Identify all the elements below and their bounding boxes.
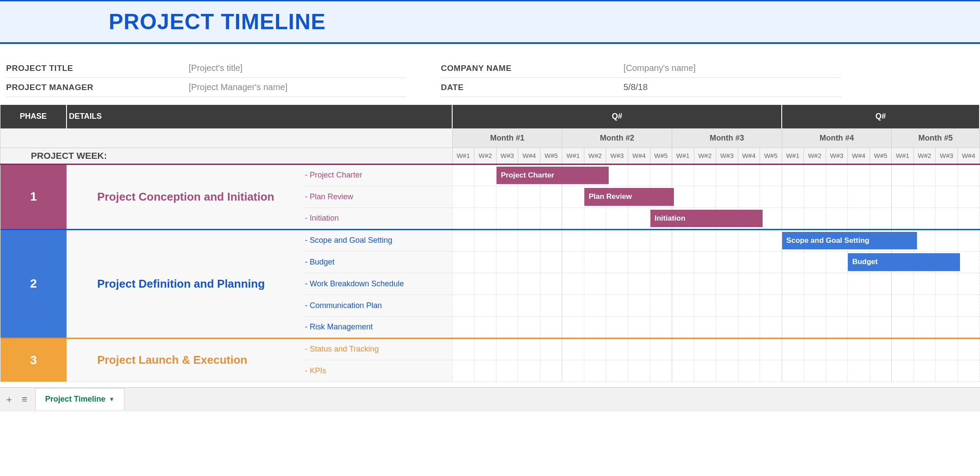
- grid-cell[interactable]: [628, 295, 650, 316]
- grid-cell[interactable]: [672, 295, 694, 316]
- grid-cell[interactable]: [760, 208, 782, 229]
- grid-cell[interactable]: [892, 164, 914, 186]
- task-detail[interactable]: - Communication Plan: [303, 295, 452, 316]
- meta-value[interactable]: [Project's title]: [189, 63, 243, 73]
- grid-cell[interactable]: [672, 338, 694, 360]
- grid-cell[interactable]: [782, 251, 804, 273]
- grid-cell[interactable]: [562, 229, 584, 251]
- grid-cell[interactable]: [957, 186, 980, 208]
- grid-cell[interactable]: [672, 273, 694, 295]
- grid-cell[interactable]: [892, 273, 914, 295]
- grid-cell[interactable]: [913, 208, 936, 229]
- grid-cell[interactable]: [913, 316, 936, 338]
- grid-cell[interactable]: [782, 186, 804, 208]
- grid-cell[interactable]: [650, 360, 672, 382]
- gantt-bar[interactable]: Budget: [848, 253, 960, 271]
- grid-cell[interactable]: [716, 273, 738, 295]
- meta-row[interactable]: PROJECT TITLE [Project's title]: [6, 59, 406, 78]
- grid-cell[interactable]: [760, 164, 782, 186]
- grid-cell[interactable]: Initiation: [650, 208, 672, 229]
- grid-cell[interactable]: [716, 164, 738, 186]
- grid-cell[interactable]: [782, 295, 804, 316]
- grid-cell[interactable]: [782, 316, 804, 338]
- grid-cell[interactable]: [826, 186, 848, 208]
- grid-cell[interactable]: [694, 295, 716, 316]
- grid-cell[interactable]: [496, 295, 518, 316]
- grid-cell[interactable]: [826, 316, 848, 338]
- grid-cell[interactable]: [474, 338, 497, 360]
- grid-cell[interactable]: [957, 229, 980, 251]
- grid-cell[interactable]: [957, 208, 980, 229]
- grid-cell[interactable]: [584, 251, 606, 273]
- grid-cell[interactable]: [848, 360, 870, 382]
- grid-cell[interactable]: [892, 338, 914, 360]
- grid-cell[interactable]: [782, 208, 804, 229]
- sheet-tab[interactable]: Project Timeline ▼: [35, 388, 125, 410]
- timeline-table[interactable]: PHASEDETAILSQ#Q#Month #1Month #2Month #3…: [0, 105, 980, 382]
- grid-cell[interactable]: [628, 360, 650, 382]
- grid-cell[interactable]: [628, 251, 650, 273]
- caret-down-icon[interactable]: ▼: [109, 396, 115, 402]
- grid-cell[interactable]: [826, 295, 848, 316]
- grid-cell[interactable]: [716, 186, 738, 208]
- grid-cell[interactable]: [826, 338, 848, 360]
- grid-cell[interactable]: [496, 186, 518, 208]
- grid-cell[interactable]: [848, 164, 870, 186]
- grid-cell[interactable]: [760, 186, 782, 208]
- grid-cell[interactable]: Budget: [848, 251, 870, 273]
- grid-cell[interactable]: [562, 273, 584, 295]
- grid-cell[interactable]: [738, 186, 760, 208]
- grid-cell[interactable]: [518, 229, 540, 251]
- grid-cell[interactable]: [584, 316, 606, 338]
- grid-cell[interactable]: [913, 164, 936, 186]
- grid-cell[interactable]: [738, 251, 760, 273]
- grid-cell[interactable]: Scope and Goal Setting: [782, 229, 804, 251]
- grid-cell[interactable]: [518, 251, 540, 273]
- grid-cell[interactable]: [518, 316, 540, 338]
- grid-cell[interactable]: [474, 186, 497, 208]
- grid-cell[interactable]: [694, 186, 716, 208]
- grid-cell[interactable]: [804, 208, 826, 229]
- grid-cell[interactable]: [870, 186, 892, 208]
- grid-cell[interactable]: [452, 295, 474, 316]
- grid-cell[interactable]: [518, 208, 540, 229]
- grid-cell[interactable]: [496, 229, 518, 251]
- grid-cell[interactable]: [936, 208, 958, 229]
- grid-cell[interactable]: [892, 186, 914, 208]
- grid-cell[interactable]: [474, 273, 497, 295]
- grid-cell[interactable]: [892, 360, 914, 382]
- grid-cell[interactable]: [650, 273, 672, 295]
- grid-cell[interactable]: [650, 164, 672, 186]
- grid-cell[interactable]: [540, 273, 562, 295]
- gantt-bar[interactable]: Plan Review: [584, 188, 674, 206]
- grid-cell[interactable]: [584, 208, 606, 229]
- grid-cell[interactable]: [518, 360, 540, 382]
- grid-cell[interactable]: [606, 316, 628, 338]
- grid-cell[interactable]: [870, 316, 892, 338]
- grid-cell[interactable]: [452, 229, 474, 251]
- grid-cell[interactable]: [913, 186, 936, 208]
- grid-cell[interactable]: [957, 273, 980, 295]
- grid-cell[interactable]: [584, 295, 606, 316]
- grid-cell[interactable]: [452, 251, 474, 273]
- grid-cell[interactable]: [826, 360, 848, 382]
- grid-cell[interactable]: [892, 208, 914, 229]
- grid-cell[interactable]: [694, 251, 716, 273]
- grid-cell[interactable]: [760, 229, 782, 251]
- grid-cell[interactable]: [650, 251, 672, 273]
- grid-cell[interactable]: [584, 360, 606, 382]
- grid-cell[interactable]: [957, 251, 980, 273]
- grid-cell[interactable]: [760, 251, 782, 273]
- grid-cell[interactable]: [518, 338, 540, 360]
- grid-cell[interactable]: [716, 251, 738, 273]
- grid-cell[interactable]: [452, 186, 474, 208]
- grid-cell[interactable]: [804, 164, 826, 186]
- grid-cell[interactable]: [913, 338, 936, 360]
- grid-cell[interactable]: [957, 295, 980, 316]
- task-detail[interactable]: - Scope and Goal Setting: [303, 229, 452, 251]
- meta-row[interactable]: DATE 5/8/18: [441, 78, 841, 97]
- grid-cell[interactable]: [452, 164, 474, 186]
- grid-cell[interactable]: [694, 360, 716, 382]
- grid-cell[interactable]: [716, 229, 738, 251]
- grid-cell[interactable]: [848, 208, 870, 229]
